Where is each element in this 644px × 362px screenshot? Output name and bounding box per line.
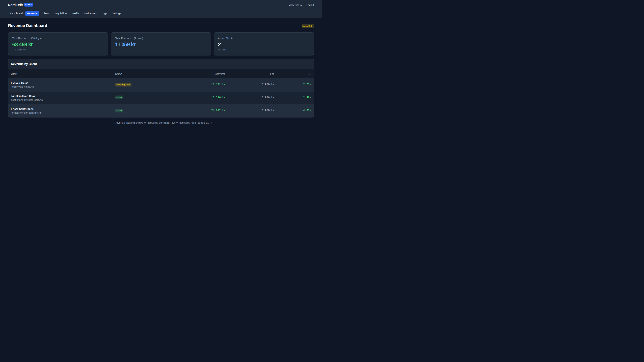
roi-cell: 4.00x [277,104,314,117]
nav-item-logs[interactable]: Logs [99,11,109,16]
stat-cards: Total Recovered (30 days) 63 459 kr THE … [8,32,314,55]
stat-sub: of 3 total [218,48,310,51]
client-name: Fysio & Helse [11,81,110,85]
col-header-roi: ROI [277,69,314,78]
nav-item-businesses[interactable]: Businesses [82,11,99,16]
client-cell: Fysio & Helse info@fysio-helse.no [8,78,112,91]
nav-item-acquisition[interactable]: Acquisition [52,11,69,16]
panel-title: Revenue by Client [8,59,314,69]
recovered-cell: 18 721 kr [176,78,228,91]
client-name: Tannklinikken Oslo [11,94,110,98]
status-cell: awaiting_data [112,78,176,91]
status-cell: active [112,91,176,104]
col-header-client: Client [8,69,112,78]
stat-value: 2 [218,41,310,48]
client-cell: Frisør Sentrum AS kontakt@frisor-sentrum… [8,104,112,117]
client-name: Frisør Sentrum AS [11,107,110,111]
fee-cell: 6 900 kr [228,91,277,104]
col-header-fee: Fee [228,69,277,78]
status-cell: active [112,104,176,117]
stat-card-recovered-7d: Total Recovered (7 days) 11 059 kr [111,32,211,55]
status-badge: active [115,95,124,99]
stat-sub: THE single KPI [12,48,104,51]
roi-cell: 2.48x [277,91,314,104]
nav-item-clients[interactable]: Clients [40,11,52,16]
logout-link[interactable]: Logout [306,3,314,6]
page-head: Revenue Dashboard Mock Data [8,23,314,28]
nav-item-revenue[interactable]: Revenue [25,11,39,16]
stat-value: 11 059 kr [115,41,207,48]
table-row[interactable]: Tannklinikken Oslo post@tannklinikken-os… [8,91,314,104]
status-badge: awaiting_data [115,83,132,86]
table-row[interactable]: Fysio & Helse info@fysio-helse.no awaiti… [8,78,314,91]
brand: Nord Drift ADMIN [8,3,33,7]
main-nav: Dashboard Revenue Clients Acquisition He… [0,9,322,18]
nav-item-health[interactable]: Health [69,11,81,16]
topbar-title-row: Nord Drift ADMIN View Site → Logout [0,0,322,9]
fee-cell: 6 900 kr [228,104,277,117]
brand-name: Nord Drift [8,3,23,7]
table-header-row: Client Status Recovered Fee ROI [8,69,314,78]
client-email: info@fysio-helse.no [11,85,110,89]
stat-card-active-clients: Active Clients 2 of 3 total [214,32,314,55]
stat-card-recovered-30d: Total Recovered (30 days) 63 459 kr THE … [8,32,108,55]
stat-label: Total Recovered (30 days) [12,36,104,40]
stat-value: 63 459 kr [12,41,104,48]
table-row[interactable]: Frisør Sentrum AS kontakt@frisor-sentrum… [8,104,314,117]
page-title: Revenue Dashboard [8,23,47,28]
admin-badge: ADMIN [24,3,33,6]
fee-cell: 6 900 kr [228,78,277,91]
client-email: post@tannklinikken-oslo.no [11,98,110,102]
view-site-link[interactable]: View Site → [289,3,302,6]
revenue-table: Client Status Recovered Fee ROI Fysio & … [8,69,314,117]
client-email: kontakt@frisor-sentrum.no [11,111,110,115]
nav-item-dashboard[interactable]: Dashboard [8,11,25,16]
revenue-by-client-panel: Revenue by Client Client Status Recovere… [8,59,314,117]
footnote: Revenue tracking shows kr recovered per … [10,121,316,125]
stat-label: Total Recovered (7 days) [115,36,207,40]
col-header-recovered: Recovered [176,69,228,78]
topbar: Nord Drift ADMIN View Site → Logout Dash… [0,0,322,18]
nav-item-settings[interactable]: Settings [110,11,123,16]
topbar-links: View Site → Logout [289,3,314,6]
stat-label: Active Clients [218,36,310,40]
col-header-status: Status [112,69,176,78]
status-badge: active [115,109,124,112]
main-content: Revenue Dashboard Mock Data Total Recove… [0,18,322,125]
client-cell: Tannklinikken Oslo post@tannklinikken-os… [8,91,112,104]
recovered-cell: 17 116 kr [176,91,228,104]
recovered-cell: 27 622 kr [176,104,228,117]
roi-cell: 2.71x [277,78,314,91]
mock-data-badge: Mock Data [302,24,314,28]
